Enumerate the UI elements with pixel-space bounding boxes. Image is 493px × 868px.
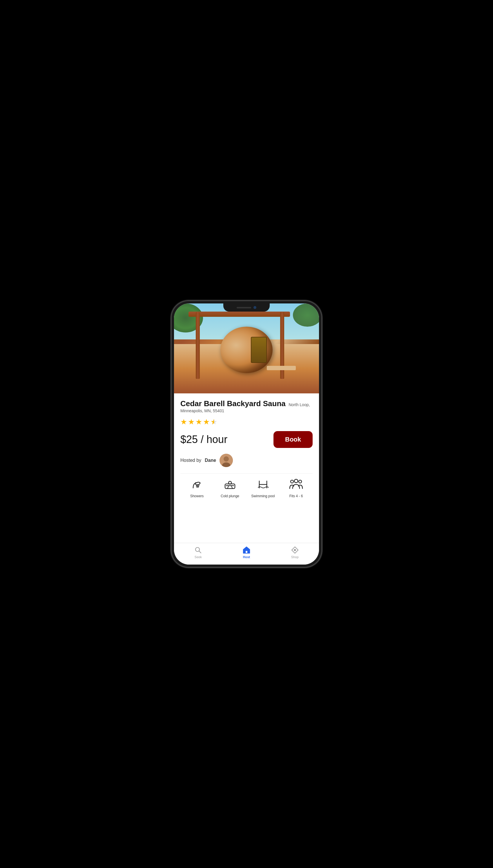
hosted-by-label: Hosted by [180, 458, 201, 463]
star-4: ★ [203, 418, 210, 426]
listing-title-block: Cedar Barell Backyard Sauna North Loop, … [180, 399, 313, 414]
shop-label: Shop [291, 555, 299, 559]
amenity-capacity: Fits 4 - 6 [280, 477, 313, 498]
host-name: Dane [205, 458, 216, 463]
amenities-row: Showers [180, 473, 313, 501]
host-avatar[interactable] [219, 454, 233, 467]
cold-plunge-icon [222, 477, 237, 492]
svg-line-4 [197, 485, 198, 486]
showers-label: Showers [190, 494, 204, 498]
svg-point-15 [294, 479, 298, 483]
amenity-swimming-pool: Swimming pool [246, 477, 280, 498]
phone-notch [223, 303, 270, 312]
book-button[interactable]: Book [274, 431, 313, 448]
tree-right [293, 303, 319, 327]
host-icon [242, 546, 251, 554]
host-row: Hosted by Dane [180, 454, 313, 467]
phone-screen: Cedar Barell Backyard Sauna North Loop, … [174, 303, 319, 565]
phone-frame: Cedar Barell Backyard Sauna North Loop, … [171, 300, 322, 568]
post-left [196, 312, 200, 379]
svg-line-7 [198, 487, 198, 487]
sauna-visual [174, 303, 319, 394]
svg-point-16 [299, 480, 302, 483]
seek-icon [194, 546, 202, 554]
pergola-beam [189, 312, 290, 317]
pool-icon [256, 477, 271, 492]
amenity-showers: Showers [180, 477, 213, 498]
pool-label: Swimming pool [251, 494, 275, 498]
svg-point-14 [291, 480, 294, 483]
shower-icon [189, 477, 205, 492]
amenity-cold-plunge: Cold plunge [213, 477, 246, 498]
svg-line-18 [199, 551, 201, 553]
svg-point-1 [223, 456, 229, 462]
svg-line-3 [196, 485, 197, 486]
avatar-image [219, 454, 233, 467]
svg-rect-19 [245, 551, 248, 553]
rating-row: ★ ★ ★ ★ ★ ★ [180, 418, 313, 426]
listing-price: $25 / hour [180, 433, 227, 446]
bottom-nav: Seek Host [174, 543, 319, 565]
barrel-sauna [220, 327, 273, 373]
bench [267, 366, 296, 370]
front-camera [254, 306, 256, 309]
star-3: ★ [195, 418, 202, 426]
listing-content: Cedar Barell Backyard Sauna North Loop, … [174, 394, 319, 543]
star-1: ★ [180, 418, 187, 426]
capacity-label: Fits 4 - 6 [290, 494, 303, 498]
price-book-row: $25 / hour Book [180, 431, 313, 448]
host-label: Host [243, 555, 250, 559]
star-2: ★ [188, 418, 195, 426]
nav-host[interactable]: Host [222, 546, 271, 559]
listing-title: Cedar Barell Backyard Sauna [180, 399, 286, 408]
group-icon [288, 477, 304, 492]
svg-rect-8 [225, 484, 235, 489]
svg-line-5 [199, 485, 199, 486]
seek-label: Seek [195, 555, 202, 559]
hero-image [174, 303, 319, 394]
barrel-door [251, 337, 267, 363]
speaker [237, 307, 251, 309]
shop-icon [291, 546, 299, 554]
svg-point-20 [294, 549, 296, 551]
star-5-half: ★ ★ [211, 418, 217, 426]
nav-seek[interactable]: Seek [174, 546, 222, 559]
nav-shop[interactable]: Shop [271, 546, 319, 559]
cold-plunge-label: Cold plunge [221, 494, 239, 498]
